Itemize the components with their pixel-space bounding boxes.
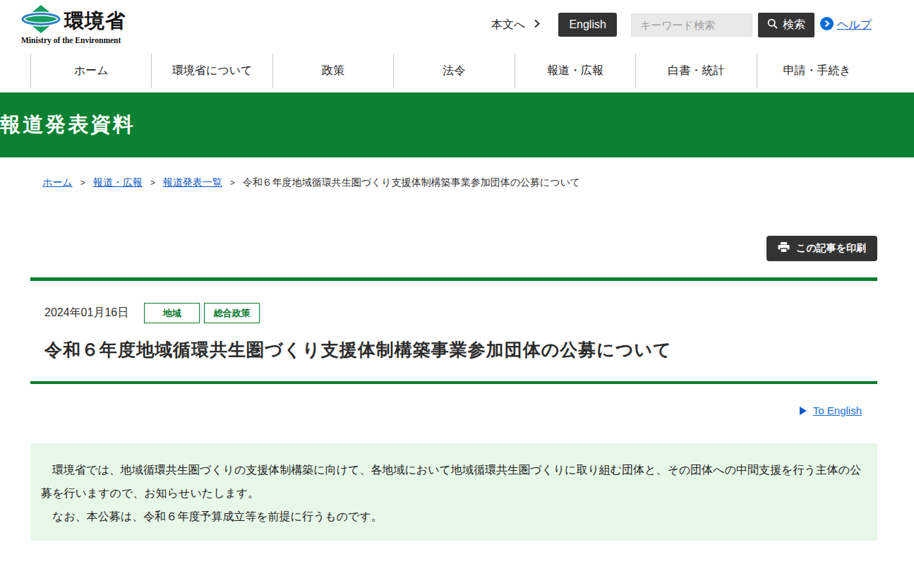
summary-paragraph-2: なお、本公募は、令和６年度予算成立等を前提に行うものです。 xyxy=(41,505,865,528)
logo-title: 環境省 xyxy=(64,8,126,35)
global-nav: ホーム 環境省について 政策 法令 報道・広報 白書・統計 申請・手続き xyxy=(30,54,877,88)
nav-item-press[interactable]: 報道・広報 xyxy=(515,54,635,88)
header: 環境省 Ministry of the Environment 本文へ Engl… xyxy=(0,0,914,49)
english-button[interactable]: English xyxy=(558,13,616,37)
breadcrumb-home-link[interactable]: ホーム xyxy=(42,176,73,189)
green-divider-bottom xyxy=(30,381,877,384)
page-banner-title: 報道発表資料 xyxy=(0,111,136,139)
print-button-label: この記事を印刷 xyxy=(796,242,866,255)
help-link-label: ヘルプ xyxy=(837,18,872,32)
chevron-right-icon xyxy=(534,18,540,31)
article-meta: 2024年01月16日 地域 総合政策 xyxy=(30,303,877,323)
breadcrumb-press-list-link[interactable]: 報道発表一覧 xyxy=(163,176,222,189)
search-icon xyxy=(767,18,778,32)
nav-item-laws[interactable]: 法令 xyxy=(393,54,514,88)
breadcrumb: ホーム > 報道・広報 > 報道発表一覧 > 令和６年度地域循環共生圏づくり支援… xyxy=(30,176,877,189)
moe-logo-icon xyxy=(21,5,61,37)
content-container: ホーム > 報道・広報 > 報道発表一覧 > 令和６年度地域循環共生圏づくり支援… xyxy=(30,176,877,541)
header-utility-area: 本文へ English 検索 xyxy=(491,13,872,37)
nav-item-applications[interactable]: 申請・手続き xyxy=(757,54,877,88)
help-circle-icon xyxy=(820,17,834,33)
breadcrumb-current-page: 令和６年度地域循環共生圏づくり支援体制構築事業参加団体の公募について xyxy=(243,176,581,189)
skip-to-content-link[interactable]: 本文へ xyxy=(491,18,540,32)
printer-icon xyxy=(778,242,790,255)
breadcrumb-press-link[interactable]: 報道・広報 xyxy=(93,176,143,189)
search-button-label: 検索 xyxy=(783,18,805,32)
print-article-button[interactable]: この記事を印刷 xyxy=(766,236,877,261)
nav-item-home[interactable]: ホーム xyxy=(30,54,151,88)
page: 環境省 Ministry of the Environment 本文へ Engl… xyxy=(0,0,914,588)
article-summary-box: 環境省では、地域循環共生圏づくりの支援体制構築に向けて、各地域において地域循環共… xyxy=(30,443,877,541)
page-banner: 報道発表資料 xyxy=(0,92,914,157)
breadcrumb-separator: > xyxy=(80,178,85,188)
breadcrumb-separator: > xyxy=(230,178,235,188)
logo-subtitle: Ministry of the Environment xyxy=(21,36,126,44)
print-row: この記事を印刷 xyxy=(30,236,877,261)
article-date: 2024年01月16日 xyxy=(44,306,128,320)
green-divider-top xyxy=(30,277,877,281)
article-title: 令和６年度地域循環共生圏づくり支援体制構築事業参加団体の公募について xyxy=(30,338,877,361)
help-link[interactable]: ヘルプ xyxy=(820,17,872,33)
tag-region[interactable]: 地域 xyxy=(144,303,200,323)
summary-paragraph-1: 環境省では、地域循環共生圏づくりの支援体制構築に向けて、各地域において地域循環共… xyxy=(41,458,865,505)
triangle-right-icon xyxy=(800,407,807,415)
skip-link-label: 本文へ xyxy=(491,18,525,32)
to-english-row: To English xyxy=(30,404,877,416)
to-english-link[interactable]: To English xyxy=(813,404,862,416)
breadcrumb-separator: > xyxy=(150,178,155,188)
tag-general-policy[interactable]: 総合政策 xyxy=(204,303,260,323)
search-input[interactable] xyxy=(631,13,752,37)
nav-item-policy[interactable]: 政策 xyxy=(272,54,393,88)
search-button[interactable]: 検索 xyxy=(758,13,814,37)
moe-logo[interactable]: 環境省 Ministry of the Environment xyxy=(21,5,126,44)
nav-item-about[interactable]: 環境省について xyxy=(151,54,272,88)
nav-item-whitepaper-stats[interactable]: 白書・統計 xyxy=(635,54,756,88)
article-tags: 地域 総合政策 xyxy=(144,303,260,323)
